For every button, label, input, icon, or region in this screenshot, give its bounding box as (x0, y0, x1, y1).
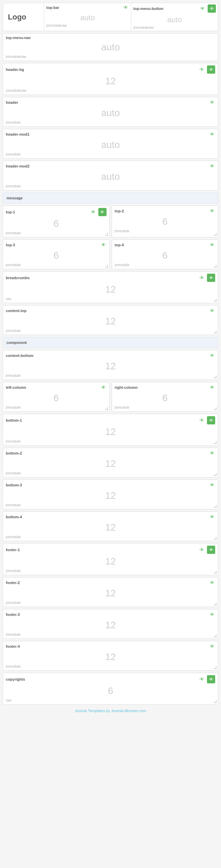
header-mod2-subtext: jmmodule (6, 184, 215, 188)
bottom-1-eye-icon[interactable]: 👁 (199, 417, 205, 423)
top-1-2-row: top-1 👁 👁 6 jmmodule top-2 👁 6 jmmodule (3, 206, 218, 237)
top-4-header: top-4 👁 (115, 242, 216, 248)
top-1-resize[interactable] (105, 233, 108, 236)
content-bottom-label: content-bottom (6, 354, 34, 358)
top-2-resize[interactable] (214, 233, 217, 236)
footer-4-icons: 👁 (209, 643, 215, 649)
message-row: message (3, 193, 218, 203)
header-mod1-value: auto (6, 137, 215, 152)
breadcrumbs-icons: 👁 👁 (199, 274, 215, 282)
top-bar-subtext: jmmoduleraw (46, 24, 129, 27)
top-3-resize[interactable] (105, 265, 108, 268)
bottom-3-header: bottom-3 👁 (6, 482, 215, 488)
top-right-cells: top-bar 👁 auto jmmoduleraw top-menu-butt… (44, 3, 218, 31)
bottom-4-eye-icon[interactable]: 👁 (209, 514, 215, 520)
bottom-4-resize[interactable] (214, 537, 217, 540)
content-bottom-resize[interactable] (214, 375, 217, 378)
footer-2-icons: 👁 (209, 580, 215, 586)
top-3-eye-icon[interactable]: 👁 (100, 242, 107, 248)
copyrights-value: 6 (6, 683, 215, 698)
footer-4-resize[interactable] (214, 666, 217, 669)
bottom-4-value: 12 (6, 520, 215, 535)
message-label: message (7, 196, 23, 200)
bottom-2-eye-icon[interactable]: 👁 (209, 450, 215, 456)
footer-2-eye-icon[interactable]: 👁 (209, 580, 215, 586)
footer-3-resize[interactable] (214, 634, 217, 637)
bottom-3-value: 12 (6, 488, 215, 503)
bottom-3-resize[interactable] (214, 505, 217, 508)
top-3-label: top-3 (6, 243, 15, 247)
top-4-resize[interactable] (214, 265, 217, 268)
header-bg-label: header-bg (6, 67, 24, 72)
content-top-eye-icon[interactable]: 👁 (209, 308, 215, 314)
bottom-3-eye-icon[interactable]: 👁 (209, 482, 215, 488)
logo-cell: Logo (3, 3, 44, 31)
footer-1-value: 12 (6, 554, 215, 569)
top-menu-nav-label: top-menu-nav (6, 36, 31, 40)
breadcrumbs-eye-btn[interactable]: 👁 (207, 274, 215, 282)
header-mod1-label: header-mod1 (6, 132, 29, 136)
copyrights-eye-btn[interactable]: 👁 (207, 675, 215, 683)
footer-3-eye-icon[interactable]: 👁 (209, 611, 215, 618)
right-column-label: right-column (115, 385, 138, 389)
header-mod1-eye-icon[interactable]: 👁 (209, 131, 215, 137)
top-menu-button-header: top-menu-button 👁 👁 (133, 4, 216, 13)
copyrights-subtext: raw (6, 698, 215, 702)
bottom-1-eye-btn[interactable]: 👁 (207, 416, 215, 424)
copyrights-resize[interactable] (214, 700, 217, 703)
footer-4-label: footer-4 (6, 644, 20, 648)
breadcrumbs-value: 12 (6, 282, 215, 297)
footer-1-eye-icon[interactable]: 👁 (199, 547, 205, 553)
bottom-2-subtext: jmmodule (6, 471, 215, 475)
left-column-eye-icon[interactable]: 👁 (100, 384, 107, 390)
breadcrumbs-eye-icon[interactable]: 👁 (199, 275, 205, 281)
content-bottom-eye-icon[interactable]: 👁 (209, 352, 215, 359)
footer-2-resize[interactable] (214, 603, 217, 605)
content-top-value: 12 (6, 314, 215, 329)
bottom-1-label: bottom-1 (6, 418, 22, 422)
footer-4-eye-icon[interactable]: 👁 (209, 643, 215, 649)
footer-1-resize[interactable] (214, 571, 217, 573)
right-column-eye-icon[interactable]: 👁 (209, 384, 215, 390)
content-bottom-row: content-bottom 👁 12 jmmodule (3, 350, 218, 380)
content-top-resize[interactable] (214, 331, 217, 333)
top-2-eye-icon[interactable]: 👁 (209, 208, 215, 214)
footer-1-icons: 👁 👁 (199, 546, 215, 554)
left-column-resize[interactable] (105, 407, 108, 410)
top-4-eye-icon[interactable]: 👁 (209, 242, 215, 248)
header-mod2-label: header-mod2 (6, 164, 29, 168)
header-mod2-eye-icon[interactable]: 👁 (209, 163, 215, 169)
footer-3-label: footer-3 (6, 612, 20, 617)
footer-2-subtext: jmmodule (6, 601, 215, 605)
footer-link-area: Joomla Templates by Joomla-Monster.com (3, 707, 218, 714)
breadcrumbs-resize[interactable] (214, 299, 217, 301)
header-bg-eye-icon[interactable]: 👁 (199, 66, 205, 73)
breadcrumbs-row: breadcrumbs 👁 👁 12 raw (3, 271, 218, 303)
top-4-icons: 👁 (209, 242, 215, 248)
bottom-1-resize[interactable] (214, 441, 217, 444)
top-1-subtext: jmmodule (6, 231, 107, 235)
footer-1-subtext: jmmodule (6, 569, 215, 573)
top-bar-cell: top-bar 👁 auto jmmoduleraw (44, 3, 131, 31)
top-1-eye-icon[interactable]: 👁 (90, 209, 96, 215)
header-eye-icon[interactable]: 👁 (209, 99, 215, 106)
bottom-1-icons: 👁 👁 (199, 416, 215, 424)
top-1-eye-btn[interactable]: 👁 (98, 208, 107, 216)
copyrights-icons: 👁 👁 (199, 675, 215, 683)
header-bg-eye-btn[interactable]: 👁 (207, 65, 215, 74)
header-subtext: jmmodule (6, 121, 215, 124)
top-bar-eye-icon[interactable]: 👁 (123, 4, 129, 11)
bottom-2-resize[interactable] (214, 473, 217, 476)
copyrights-eye-icon[interactable]: 👁 (199, 676, 205, 682)
top-menu-button-eye-btn[interactable]: 👁 (208, 4, 216, 13)
breadcrumbs-label: breadcrumbs (6, 276, 30, 280)
footer-link[interactable]: Joomla Templates by Joomla-Monster.com (75, 709, 146, 713)
right-column-resize[interactable] (214, 407, 217, 410)
bottom-1-subtext: jmmodule (6, 439, 215, 443)
header-bg-header: header-bg 👁 👁 (6, 65, 215, 74)
top-menu-button-eye-icon[interactable]: 👁 (199, 5, 206, 12)
footer-1-eye-btn[interactable]: 👁 (207, 546, 215, 554)
footer-4-value: 12 (6, 649, 215, 665)
bottom-3-icons: 👁 (209, 482, 215, 488)
content-bottom-subtext: jmmodule (6, 374, 215, 377)
